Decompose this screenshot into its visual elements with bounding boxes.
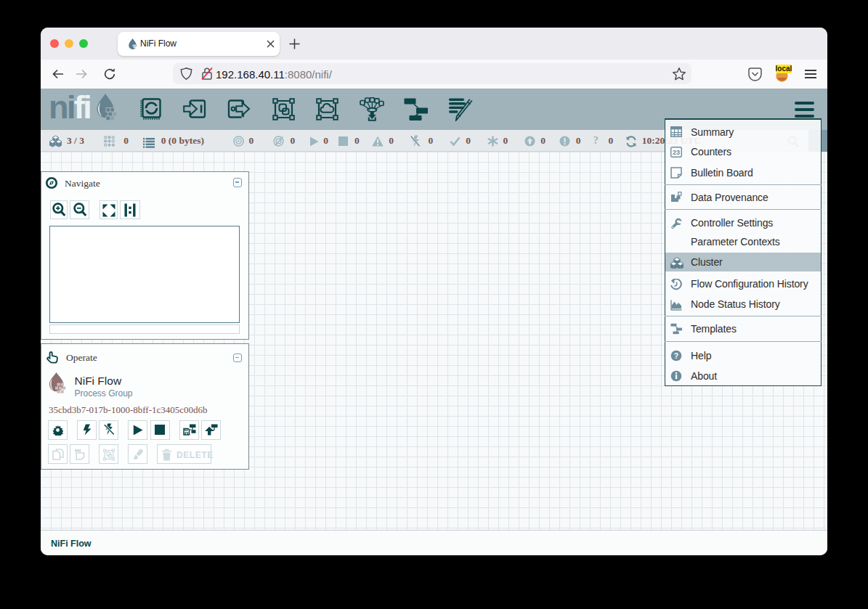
svg-text:23: 23 (673, 149, 680, 156)
svg-text:?: ? (673, 351, 678, 360)
